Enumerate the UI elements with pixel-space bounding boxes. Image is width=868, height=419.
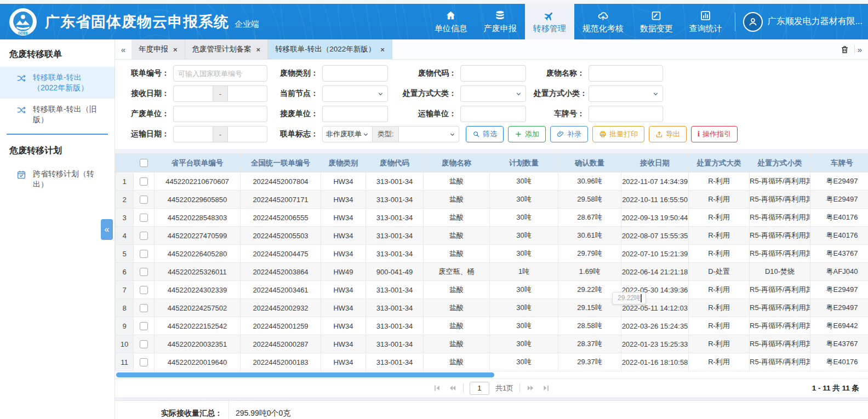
chevron-down-icon (363, 131, 369, 137)
table-row[interactable]: 1 4452202210670607 20224452007804 HW34 3… (116, 173, 868, 191)
tab-transfer-out-2022[interactable]: 转移联单-转出（2022年新版） × (268, 39, 392, 59)
sidebar-item-cross-province-plan[interactable]: 跨省转移计划（转出） (0, 163, 115, 195)
export-button[interactable]: 导出 (649, 126, 687, 142)
cell-waste-category: HW34 (321, 335, 366, 353)
pagination-bar: 共1页 1 - 11 共 11 条 (115, 378, 868, 397)
manifest-flag-select[interactable]: 非作废联单 (322, 126, 373, 142)
close-icon[interactable]: × (173, 46, 178, 53)
user-menu[interactable]: 广东顺发电力器材有限... (743, 12, 868, 32)
type-select[interactable] (399, 126, 459, 142)
receive-date-start-input[interactable] (173, 85, 213, 102)
row-checkbox[interactable] (140, 177, 148, 186)
column-header: 车牌号 (810, 154, 868, 173)
nav-item-data-change[interactable]: 数据变更 (632, 4, 681, 39)
table-row[interactable]: 7 445220224302339 20224452003461 HW34 31… (116, 281, 868, 299)
table-row[interactable]: 3 445220228548303 20224452006555 HW34 31… (116, 209, 868, 227)
row-checkbox[interactable] (140, 304, 148, 312)
first-page-icon[interactable] (432, 383, 442, 393)
tabs-scroll-right-icon[interactable]: » (854, 45, 865, 54)
cell-disposal-minor: D10-焚烧 (750, 263, 810, 281)
close-icon[interactable]: × (256, 46, 261, 53)
transport-date-start-input[interactable] (173, 126, 213, 142)
waste-code-input[interactable] (460, 65, 526, 82)
waste-category-input[interactable] (322, 65, 388, 82)
select-all-checkbox[interactable] (140, 159, 148, 167)
sidebar: 危废转移联单 转移联单-转出（2022年新版） 转移联单-转出（旧版） 危废转移… (0, 39, 115, 419)
transport-date-end-input[interactable] (228, 126, 267, 142)
nav-item-standard-assess[interactable]: 规范化考核 (574, 4, 632, 39)
table-row[interactable]: 4 445220227470599 20224452005503 HW34 31… (116, 227, 868, 245)
nav-item-unit-info[interactable]: 单位信息 (426, 4, 476, 39)
tab-annual-report[interactable]: 年度申报 × (132, 39, 185, 59)
sidebar-item-transfer-out-2022[interactable]: 转移联单-转出（2022年新版） (0, 67, 115, 99)
supplement-button[interactable]: 补录 (550, 126, 588, 142)
plate-no-input[interactable] (589, 106, 663, 122)
receive-date-end-input[interactable] (228, 85, 267, 102)
page-number-input[interactable] (470, 382, 489, 395)
tab-plan-filing[interactable]: 危废管理计划备案 × (185, 39, 269, 59)
cell-province-manifest-no: 445220227470599 (155, 227, 241, 245)
add-button[interactable]: 添加 (508, 126, 546, 142)
manifest-no-input[interactable] (173, 65, 267, 82)
producer-unit-input[interactable] (173, 106, 267, 122)
row-checkbox[interactable] (140, 232, 148, 240)
trash-icon[interactable] (838, 42, 852, 56)
column-header: 全国统一联单编号 (241, 154, 321, 173)
batch-print-button[interactable]: 批量打印 (592, 126, 644, 142)
row-checkbox[interactable] (140, 196, 148, 204)
nav-item-waste-declare[interactable]: 产废申报 (476, 4, 525, 39)
row-checkbox[interactable] (140, 340, 148, 348)
receiver-unit-input[interactable] (322, 106, 388, 122)
chevron-down-icon (516, 91, 522, 97)
cell-confirmed-quantity: 29.79吨 (558, 245, 621, 263)
current-node-select[interactable] (322, 85, 388, 102)
tabs-scroll-left-icon[interactable]: « (115, 39, 132, 59)
cell-waste-name: 盐酸 (424, 281, 490, 299)
transport-unit-input[interactable] (460, 106, 526, 122)
nav-item-query-stats[interactable]: 查询统计 (681, 4, 730, 39)
filter-button[interactable]: 筛选 (466, 126, 504, 142)
table-row[interactable]: 10 445220220032351 20224452000287 HW34 3… (116, 335, 868, 353)
checkbox-column-header (134, 154, 155, 173)
svg-text:GDEE: GDEE (18, 31, 28, 35)
close-icon[interactable]: × (380, 46, 385, 53)
cell-national-manifest-no: 20224452003461 (241, 281, 321, 299)
row-checkbox[interactable] (140, 322, 148, 330)
sidebar-item-transfer-out-old[interactable]: 转移联单-转出（旧版） (0, 99, 115, 130)
nav-item-transfer-manage[interactable]: 转移管理 (525, 4, 574, 39)
cell-receive-date: 2022-11-07 14:34:39 (621, 173, 689, 191)
operation-guide-button[interactable]: i 操作指引 (691, 126, 738, 142)
cell-planned-quantity: 30吨 (490, 227, 558, 245)
cell-plate-no: 粤AFJ040 (810, 263, 868, 281)
table-row[interactable]: 5 445220226405280 20224452004475 HW34 31… (116, 245, 868, 263)
cell-waste-name: 盐酸 (424, 173, 490, 191)
waste-name-input[interactable] (589, 65, 663, 82)
row-checkbox[interactable] (140, 268, 148, 276)
row-checkbox[interactable] (140, 358, 148, 366)
edit-icon (650, 10, 662, 21)
row-checkbox[interactable] (140, 214, 148, 222)
cell-plate-no: 粤E40176 (810, 227, 868, 245)
table-row[interactable]: 2 445220229605850 20224452007171 HW34 31… (116, 191, 868, 209)
horizontal-scrollbar-thumb[interactable] (116, 372, 494, 377)
sidebar-group-divider (7, 134, 108, 135)
disposal-major-select[interactable] (460, 85, 526, 102)
row-checkbox-cell (134, 281, 155, 299)
row-checkbox[interactable] (140, 250, 148, 258)
cell-receive-date: 2022-03-26 15:24:35 (621, 317, 689, 335)
table-row[interactable]: 9 445220222152542 20224452001259 HW34 31… (116, 317, 868, 335)
row-checkbox-cell (134, 173, 155, 191)
row-checkbox[interactable] (140, 286, 148, 294)
last-page-icon[interactable] (541, 383, 551, 393)
cell-waste-code: 900-041-49 (366, 263, 424, 281)
sidebar-section-manifest: 危废转移联单 (0, 39, 115, 67)
table-row[interactable]: 6 445220225326011 20224452003864 HW49 90… (116, 263, 868, 281)
sidebar-collapse-button[interactable]: « (101, 219, 113, 240)
cell-planned-quantity: 30吨 (490, 209, 558, 227)
column-header: 废物类别 (321, 154, 366, 173)
prev-page-icon[interactable] (448, 383, 457, 393)
table-row[interactable]: 11 445220220019640 20224452000183 HW34 3… (116, 353, 868, 371)
disposal-minor-select[interactable] (589, 85, 663, 102)
table-row[interactable]: 8 445220224257502 20224452002932 HW34 31… (116, 299, 868, 317)
next-page-icon[interactable] (526, 383, 535, 393)
